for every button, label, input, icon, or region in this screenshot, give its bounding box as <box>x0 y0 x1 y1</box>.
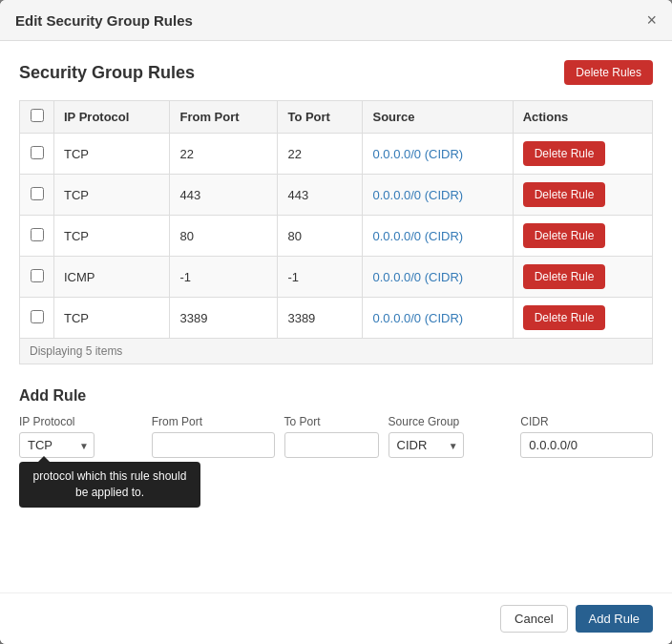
delete-rule-button[interactable]: Delete Rule <box>523 305 606 330</box>
cancel-button[interactable]: Cancel <box>500 605 567 633</box>
source-link[interactable]: 0.0.0.0/0 (CIDR) <box>372 188 463 202</box>
from-port-header: From Port <box>170 101 278 134</box>
to-port-header: To Port <box>278 101 363 134</box>
to-port-input[interactable] <box>284 432 379 458</box>
ip-protocol-tooltip: protocol which this rule should be appli… <box>19 462 200 508</box>
row-checkbox-2[interactable] <box>31 228 44 241</box>
source-group-select[interactable]: CIDR Custom <box>388 432 464 458</box>
source-group-field: CIDR Custom ▼ <box>388 432 512 458</box>
delete-rule-button[interactable]: Delete Rule <box>523 223 606 248</box>
row-action: Delete Rule <box>513 134 652 175</box>
displaying-info: Displaying 5 items <box>19 339 653 364</box>
table-row: TCP 22 22 0.0.0.0/0 (CIDR) Delete Rule <box>20 134 653 175</box>
row-protocol: TCP <box>54 216 170 257</box>
table-row: TCP 3389 3389 0.0.0.0/0 (CIDR) Delete Ru… <box>20 298 653 339</box>
row-checkbox-1[interactable] <box>31 187 44 200</box>
source-header: Source <box>363 101 513 134</box>
row-to-port: -1 <box>278 257 363 298</box>
cidr-field <box>520 432 653 458</box>
row-action: Delete Rule <box>513 175 652 216</box>
ip-protocol-wrapper: TCP UDP ICMP Custom ▼ <box>19 432 94 458</box>
source-group-label: Source Group <box>388 415 460 428</box>
row-from-port: -1 <box>170 257 278 298</box>
row-checkbox-cell <box>20 134 54 175</box>
modal-body: Security Group Rules Delete Rules IP Pro… <box>0 41 672 592</box>
row-to-port: 3389 <box>278 298 363 339</box>
delete-rules-button[interactable]: Delete Rules <box>564 60 653 85</box>
row-checkbox-cell <box>20 257 54 298</box>
row-protocol: TCP <box>54 175 170 216</box>
modal-footer: Cancel Add Rule <box>0 592 672 644</box>
row-from-port: 3389 <box>170 298 278 339</box>
row-protocol: ICMP <box>54 257 170 298</box>
delete-rule-button[interactable]: Delete Rule <box>523 141 606 166</box>
close-button[interactable]: × <box>646 11 657 29</box>
cidr-label: CIDR <box>520 415 548 428</box>
section-title: Security Group Rules <box>19 63 195 83</box>
row-checkbox-4[interactable] <box>31 310 44 323</box>
select-all-checkbox[interactable] <box>31 109 44 122</box>
delete-rule-button[interactable]: Delete Rule <box>523 264 606 289</box>
row-protocol: TCP <box>54 298 170 339</box>
source-link[interactable]: 0.0.0.0/0 (CIDR) <box>372 311 463 325</box>
modal-header: Edit Security Group Rules × <box>0 0 672 41</box>
row-checkbox-cell <box>20 175 54 216</box>
table-row: TCP 443 443 0.0.0.0/0 (CIDR) Delete Rule <box>20 175 653 216</box>
row-from-port: 443 <box>170 175 278 216</box>
source-link[interactable]: 0.0.0.0/0 (CIDR) <box>372 229 463 243</box>
table-header-row: IP Protocol From Port To Port Source Act… <box>20 101 653 134</box>
select-all-header <box>20 101 54 134</box>
ip-protocol-select[interactable]: TCP UDP ICMP Custom <box>19 432 94 458</box>
from-port-field <box>152 432 275 458</box>
row-checkbox-cell <box>20 216 54 257</box>
row-from-port: 80 <box>170 216 278 257</box>
delete-rule-button[interactable]: Delete Rule <box>523 182 606 207</box>
row-protocol: TCP <box>54 134 170 175</box>
row-source: 0.0.0.0/0 (CIDR) <box>363 134 513 175</box>
row-checkbox-3[interactable] <box>31 269 44 282</box>
section-header: Security Group Rules Delete Rules <box>19 60 653 85</box>
ip-protocol-label: IP Protocol <box>19 415 74 428</box>
edit-security-group-modal: Edit Security Group Rules × Security Gro… <box>0 0 672 644</box>
from-port-input[interactable] <box>152 432 275 458</box>
add-rule-button[interactable]: Add Rule <box>576 605 653 633</box>
source-link[interactable]: 0.0.0.0/0 (CIDR) <box>372 270 463 284</box>
actions-header: Actions <box>513 101 652 134</box>
row-to-port: 443 <box>278 175 363 216</box>
row-to-port: 80 <box>278 216 363 257</box>
row-source: 0.0.0.0/0 (CIDR) <box>363 175 513 216</box>
source-link[interactable]: 0.0.0.0/0 (CIDR) <box>372 147 463 161</box>
row-action: Delete Rule <box>513 257 652 298</box>
to-port-field <box>284 432 379 458</box>
cidr-input[interactable] <box>520 432 653 458</box>
table-row: ICMP -1 -1 0.0.0.0/0 (CIDR) Delete Rule <box>20 257 653 298</box>
row-action: Delete Rule <box>513 216 652 257</box>
to-port-label: To Port <box>284 415 321 428</box>
row-checkbox-0[interactable] <box>31 146 44 159</box>
form-inputs-row: TCP UDP ICMP Custom ▼ protocol which thi… <box>19 432 653 458</box>
row-to-port: 22 <box>278 134 363 175</box>
row-source: 0.0.0.0/0 (CIDR) <box>363 257 513 298</box>
from-port-label: From Port <box>152 415 202 428</box>
table-row: TCP 80 80 0.0.0.0/0 (CIDR) Delete Rule <box>20 216 653 257</box>
form-labels-row: IP Protocol From Port To Port Source Gro… <box>19 414 653 428</box>
row-source: 0.0.0.0/0 (CIDR) <box>363 298 513 339</box>
ip-protocol-header: IP Protocol <box>54 101 170 134</box>
row-from-port: 22 <box>170 134 278 175</box>
rules-table: IP Protocol From Port To Port Source Act… <box>19 100 653 339</box>
add-rule-title: Add Rule <box>19 387 653 405</box>
row-checkbox-cell <box>20 298 54 339</box>
source-group-wrapper: CIDR Custom ▼ <box>388 432 464 458</box>
add-rule-section: Add Rule IP Protocol From Port To Port S… <box>19 387 653 458</box>
modal-title: Edit Security Group Rules <box>15 12 193 29</box>
row-source: 0.0.0.0/0 (CIDR) <box>363 216 513 257</box>
row-action: Delete Rule <box>513 298 652 339</box>
